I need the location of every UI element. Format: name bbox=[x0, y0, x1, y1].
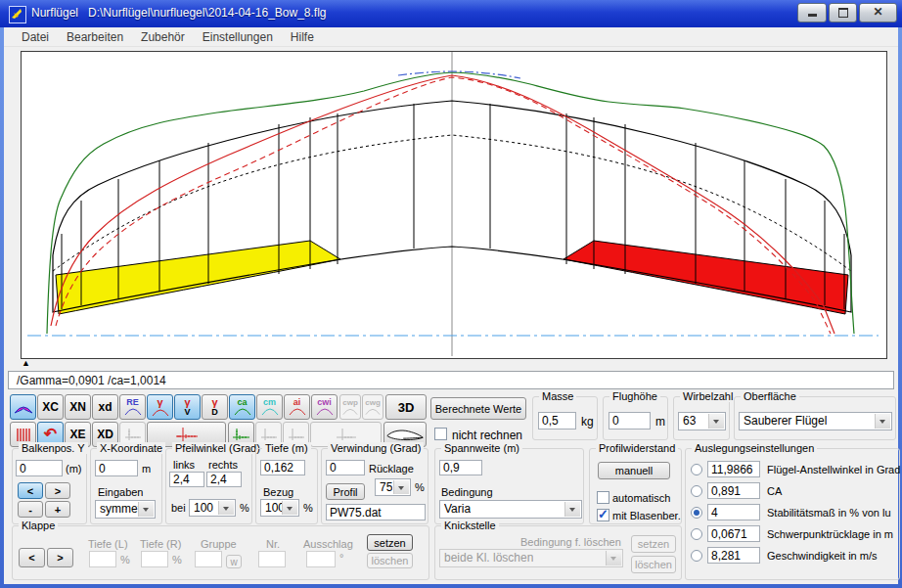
restore-icon bbox=[838, 8, 848, 18]
chevron-down-icon bbox=[282, 501, 297, 515]
menu-einstellungen[interactable]: Einstellungen bbox=[194, 28, 282, 46]
chevron-down-icon bbox=[606, 551, 621, 565]
ausschlag-label: Ausschlag bbox=[303, 538, 353, 550]
radio-anstellwinkel[interactable] bbox=[691, 464, 702, 475]
verwindung-input[interactable] bbox=[326, 460, 365, 475]
nr-input[interactable] bbox=[258, 551, 286, 567]
klappe-loeschen-button[interactable]: löschen bbox=[367, 553, 413, 568]
manuell-button[interactable]: manuell bbox=[598, 462, 670, 479]
balkenpos-prev-button[interactable]: < bbox=[18, 482, 43, 499]
ca-button[interactable]: ca bbox=[229, 394, 255, 420]
profil-button[interactable]: Profil bbox=[326, 483, 365, 500]
masse-unit: kg bbox=[581, 415, 594, 429]
title-bar[interactable]: Nurflügel D:\Nurflügel\nurfluegel\2014-0… bbox=[0, 0, 902, 27]
tiefe-l-input[interactable] bbox=[89, 551, 116, 567]
ai-button[interactable]: ai bbox=[284, 394, 310, 420]
automatisch-checkbox[interactable] bbox=[597, 491, 609, 504]
eingaben-label: Eingaben bbox=[98, 486, 144, 498]
auslegung-group: Auslegungseinstellungen Flügel-Anstellwi… bbox=[685, 448, 900, 580]
schwerpunkt-input[interactable] bbox=[707, 525, 760, 542]
balkenpos-input[interactable] bbox=[16, 460, 63, 476]
cwg-curve-icon bbox=[365, 408, 381, 416]
wing-planform-canvas[interactable] bbox=[21, 51, 887, 359]
anstellwinkel-input[interactable] bbox=[707, 461, 760, 477]
balkenpos-group: Balkenpos. Y (m) < > - + bbox=[12, 448, 87, 524]
radio-schwerpunkt[interactable] bbox=[691, 528, 702, 540]
xc-button[interactable]: XC bbox=[37, 394, 64, 420]
axis-icon bbox=[259, 428, 279, 441]
w-button[interactable]: w bbox=[226, 555, 242, 568]
geschwindigkeit-input[interactable] bbox=[707, 547, 760, 564]
flughoehe-input[interactable] bbox=[609, 412, 651, 430]
wing-view-button[interactable] bbox=[10, 394, 36, 420]
balken-position-marker[interactable]: ▲ bbox=[22, 358, 30, 368]
view-3d-button[interactable]: 3D bbox=[385, 394, 427, 420]
gamma-button[interactable]: γ bbox=[147, 394, 173, 420]
xn-button[interactable]: XN bbox=[65, 394, 91, 420]
knickstelle-select[interactable]: beide Kl. löschen bbox=[439, 549, 623, 567]
cwg-button[interactable]: cwg bbox=[362, 394, 383, 420]
tiefe-r-input[interactable] bbox=[141, 551, 168, 567]
re-button[interactable]: RE bbox=[119, 394, 146, 420]
ca-curve-icon bbox=[234, 408, 251, 416]
ruecklage-select[interactable]: 75 bbox=[375, 478, 411, 496]
menu-hilfe[interactable]: Hilfe bbox=[282, 28, 323, 46]
gamma-d-button[interactable]: γ D bbox=[202, 394, 228, 420]
minimize-icon bbox=[808, 14, 817, 17]
spannweite-input[interactable] bbox=[439, 460, 482, 475]
cwi-button[interactable]: cwi bbox=[311, 394, 338, 420]
undo-icon: ↶ bbox=[44, 427, 57, 442]
axis-icon bbox=[123, 428, 143, 441]
gamma-v-button[interactable]: γ V bbox=[174, 394, 201, 420]
restore-button[interactable] bbox=[829, 3, 857, 23]
minimize-button[interactable] bbox=[797, 3, 827, 23]
bezug-select[interactable]: 100 bbox=[260, 499, 299, 517]
radio-stabilitaetsmass[interactable] bbox=[691, 507, 702, 519]
pfeilwinkel-links-input[interactable] bbox=[169, 472, 204, 487]
menu-zubehoer[interactable]: Zubehör bbox=[132, 28, 194, 46]
klappe-next-button[interactable]: > bbox=[47, 548, 73, 567]
blasenber-label: mit Blasenber. bbox=[612, 510, 681, 521]
berechnete-werte-button[interactable]: Berechnete Werte bbox=[430, 397, 526, 420]
wing-icon bbox=[14, 401, 33, 415]
bedingung-select[interactable]: Varia bbox=[439, 500, 582, 519]
radio-ca[interactable] bbox=[691, 485, 702, 497]
xd-small-button[interactable]: xd bbox=[92, 394, 118, 420]
ca-input[interactable] bbox=[707, 482, 760, 499]
ai-curve-icon bbox=[289, 408, 306, 416]
balkenpos-minus-button[interactable]: - bbox=[18, 501, 43, 518]
masse-input[interactable] bbox=[538, 412, 576, 430]
flughoehe-group: Flughöhe m bbox=[603, 396, 668, 440]
radio-geschwindigkeit[interactable] bbox=[691, 550, 702, 562]
eingaben-select[interactable]: symmetri bbox=[95, 500, 156, 519]
pfeilwinkel-bei-select[interactable]: 100 bbox=[189, 499, 236, 517]
knickstelle-loeschen-button[interactable]: löschen bbox=[631, 556, 676, 573]
cm-button[interactable]: cm bbox=[256, 394, 283, 420]
profil-file-input[interactable] bbox=[326, 504, 426, 520]
close-button[interactable]: ✕ bbox=[859, 3, 897, 23]
cwp-button[interactable]: cwp bbox=[339, 394, 361, 420]
blasenber-checkbox[interactable] bbox=[597, 509, 609, 521]
ausschlag-input[interactable] bbox=[306, 551, 336, 567]
tiefe-r-percent: % bbox=[172, 554, 182, 565]
xkoordinate-input[interactable] bbox=[95, 460, 138, 476]
chevron-down-icon bbox=[393, 480, 409, 494]
klappe-setzen-button[interactable]: setzen bbox=[367, 534, 413, 551]
stabilitaetsmass-input[interactable] bbox=[707, 504, 760, 520]
wirbelzahl-select[interactable]: 63 bbox=[678, 412, 726, 430]
oberflaeche-select[interactable]: Sauberer Flügel bbox=[739, 412, 892, 430]
klappe-prev-button[interactable]: < bbox=[19, 548, 45, 567]
balkenpos-plus-button[interactable]: + bbox=[45, 501, 70, 518]
knickstelle-setzen-button[interactable]: setzen bbox=[631, 535, 676, 553]
menu-datei[interactable]: Datei bbox=[13, 28, 58, 46]
tiefe-l-label: Tiefe (L) bbox=[88, 538, 128, 550]
nicht-rechnen-checkbox[interactable] bbox=[434, 428, 447, 440]
pfeilwinkel-rechts-input[interactable] bbox=[206, 472, 242, 487]
client-area: ▲ /Gamma=0,0901 /ca=1,0014 XC XN xd RE γ… bbox=[4, 47, 898, 584]
gruppe-input[interactable] bbox=[195, 551, 222, 567]
menu-bearbeiten[interactable]: Bearbeiten bbox=[58, 28, 132, 46]
wirbelzahl-group: Wirbelzahl 63 bbox=[673, 396, 730, 440]
automatisch-label: automatisch bbox=[612, 492, 670, 504]
balkenpos-next-button[interactable]: > bbox=[45, 482, 70, 499]
tiefe-input[interactable] bbox=[260, 460, 305, 475]
